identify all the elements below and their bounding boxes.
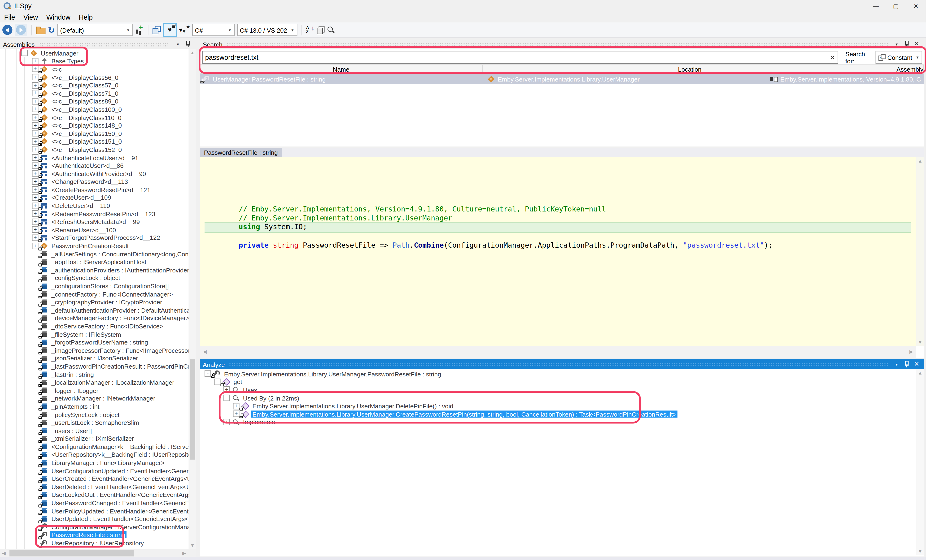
tree-item[interactable]: _connectFactory : Func<IConnectManager> — [0, 290, 189, 298]
clear-search-icon[interactable]: ✕ — [830, 53, 835, 61]
tree-item[interactable]: + <RenameUser>d__100 — [0, 226, 189, 234]
expander[interactable]: - — [204, 370, 211, 377]
analyze-tree-item[interactable]: - Emby.Server.Implementations.Library.Us… — [200, 370, 916, 378]
tree-item[interactable]: + <>c__DisplayClass56_0 — [0, 73, 189, 81]
expander[interactable]: + — [32, 242, 39, 249]
scroll-left-arrow[interactable]: ◀ — [201, 348, 209, 356]
tree-item[interactable]: + <>c__DisplayClass148_0 — [0, 121, 189, 129]
code-horizontal-scrollbar[interactable]: ◀ ▶ — [200, 346, 916, 358]
close-icon[interactable]: ✕ — [912, 360, 921, 368]
search-button[interactable] — [327, 24, 334, 35]
tree-item[interactable]: + <RefreshUsersMetadata>d__99 — [0, 217, 189, 226]
tree-item[interactable]: _allUserSettings : ConcurrentDictionary<… — [0, 250, 189, 258]
scroll-right-arrow[interactable]: ▶ — [908, 348, 915, 356]
tree-item[interactable]: _policySyncLock : object — [0, 411, 189, 418]
tree-item[interactable]: + <AuthenticateWithProvider>d__90 — [0, 169, 189, 177]
tree-item[interactable]: UserCreated : EventHandler<GenericEventA… — [0, 475, 189, 483]
pin-icon[interactable] — [904, 41, 909, 47]
expander[interactable]: + — [32, 202, 39, 209]
tree-item[interactable]: _userListLock : SemaphoreSlim — [0, 418, 189, 427]
search-mode-combobox[interactable]: Constant ▼ — [876, 51, 922, 64]
tree-item[interactable]: UserUpdated : EventHandler<GenericEventA… — [0, 515, 189, 523]
tree-item[interactable]: + <AuthenticateLocalUser>d__91 — [0, 153, 189, 162]
language-combobox[interactable]: C# ▼ — [192, 24, 235, 36]
tree-item[interactable]: _lastPasswordPinCreationResult : Passwor… — [0, 362, 189, 370]
sort-assemblies-button[interactable]: AZ↓ — [306, 24, 314, 35]
tree-item[interactable]: PasswordResetFile : string — [0, 531, 189, 539]
tree-item[interactable]: UserRepository : IUserRepository — [0, 539, 189, 547]
expander[interactable]: + — [32, 74, 39, 81]
analyze-vertical-scrollbar[interactable]: ▲ ▼ — [916, 369, 924, 555]
pin-icon[interactable] — [186, 41, 191, 47]
tree-item[interactable]: <ConfigurationManager>k__BackingField : … — [0, 442, 189, 451]
tree-item[interactable]: UserPasswordChanged : EventHandler<Gener… — [0, 499, 189, 507]
tree-item[interactable]: + <>c — [0, 65, 189, 73]
scrollbar-thumb[interactable] — [9, 550, 134, 557]
scroll-down-arrow[interactable]: ▼ — [916, 548, 924, 555]
tree-item[interactable]: _lastPin : string — [0, 370, 189, 378]
expander[interactable]: + — [233, 411, 239, 417]
expander[interactable]: + — [32, 90, 39, 97]
tree-item[interactable]: _logger : ILogger — [0, 386, 189, 394]
expander[interactable]: + — [32, 138, 39, 145]
expander[interactable]: + — [32, 66, 39, 72]
expander[interactable]: + — [32, 82, 39, 89]
tree-item[interactable]: _deviceManagerFactory : Func<IDeviceMana… — [0, 314, 189, 322]
expander[interactable]: + — [32, 146, 39, 153]
expander[interactable]: + — [32, 218, 39, 225]
tree-item[interactable]: + <>c__DisplayClass57_0 — [0, 81, 189, 89]
expander[interactable]: + — [32, 226, 39, 233]
scroll-down-arrow[interactable]: ▼ — [189, 542, 197, 549]
tree-item[interactable]: + <DeleteUser>d__110 — [0, 202, 189, 210]
tree-item[interactable]: + <>c__DisplayClass89_0 — [0, 97, 189, 105]
manage-assembly-lists-button[interactable] — [135, 24, 144, 35]
expander[interactable]: + — [32, 122, 39, 129]
flatten-namespaces-button[interactable] — [152, 24, 160, 35]
tree-item[interactable]: UserPolicyUpdated : EventHandler<Generic… — [0, 507, 189, 515]
menu-item[interactable]: Help — [74, 12, 97, 23]
tree-item[interactable]: _xmlSerializer : IXmlSerializer — [0, 435, 189, 442]
menu-item[interactable]: Window — [42, 12, 74, 23]
expander[interactable]: + — [32, 178, 39, 185]
menu-item[interactable]: File — [0, 12, 19, 23]
analyze-tree-item[interactable]: - get — [200, 378, 916, 386]
expander[interactable]: + — [32, 162, 39, 169]
tree-item[interactable]: _configSyncLock : object — [0, 274, 189, 282]
tree-item[interactable]: _cryptographyProvider : ICryptoProvider — [0, 298, 189, 306]
tree-item[interactable]: + <>c__DisplayClass110_0 — [0, 113, 189, 121]
refresh-button[interactable]: ↻ — [48, 24, 55, 35]
assembly-list-combobox[interactable]: (Default) ▼ — [57, 24, 133, 36]
expander[interactable]: - — [21, 50, 28, 56]
analyze-tree-item[interactable]: + Implements — [200, 418, 916, 426]
chevron-down-icon[interactable]: ▼ — [892, 362, 902, 366]
tree-item[interactable]: _appHost : IServerApplicationHost — [0, 258, 189, 266]
tree-item[interactable]: _localizationManager : ILocalizationMana… — [0, 378, 189, 386]
tree-item[interactable]: _jsonSerializer : IJsonSerializer — [0, 354, 189, 362]
language-version-combobox[interactable]: C# 13.0 / VS 2022.12 ▼ — [237, 24, 297, 36]
tree-item[interactable]: UserDeleted : EventHandler<GenericEventA… — [0, 483, 189, 491]
api-visibility-button[interactable]: ♥♥★ — [179, 24, 190, 35]
expander[interactable]: + — [32, 210, 39, 217]
assemblies-horizontal-scrollbar[interactable]: ◀ ▶ — [0, 549, 196, 557]
code-tab[interactable]: PasswordResetFile : string — [200, 148, 282, 157]
menu-item[interactable]: View — [19, 12, 42, 23]
column-header[interactable]: Location — [483, 65, 897, 73]
tree-item[interactable]: + <>c__DisplayClass100_0 — [0, 105, 189, 113]
open-file-button[interactable] — [36, 24, 45, 35]
column-header[interactable]: Assembly — [896, 65, 924, 73]
tree-item[interactable]: - UserManager — [0, 49, 189, 57]
scroll-down-arrow[interactable]: ▼ — [916, 339, 924, 346]
tree-item[interactable]: + <>c__DisplayClass150_0 — [0, 129, 189, 137]
tree-item[interactable]: _forgotPasswordUserName : string — [0, 338, 189, 346]
tree-item[interactable]: + PasswordPinCreationResult — [0, 242, 189, 250]
scroll-up-arrow[interactable]: ▲ — [916, 369, 924, 377]
tree-item[interactable]: + <>c__DisplayClass151_0 — [0, 137, 189, 145]
code-view[interactable]: // Emby.Server.Implementations, Version=… — [200, 157, 916, 346]
chevron-down-icon[interactable]: ▼ — [173, 42, 183, 46]
update-assemblies-button[interactable] — [317, 24, 324, 35]
tree-item[interactable]: LibraryManager : Func<LibraryManager> — [0, 459, 189, 466]
tree-item[interactable]: _dtoServiceFactory : Func<IDtoService> — [0, 322, 189, 330]
tree-item[interactable]: + <CreatePasswordResetPin>d__121 — [0, 186, 189, 193]
tree-item[interactable]: _authenticationProviders : IAuthenticati… — [0, 266, 189, 274]
tree-item[interactable]: ConfigurationManager : IServerConfigurat… — [0, 523, 189, 531]
